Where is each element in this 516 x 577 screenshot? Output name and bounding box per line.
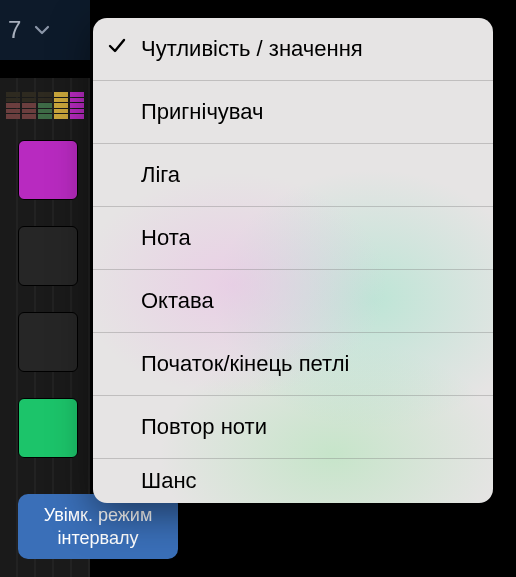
interval-mode-label-line1: Увімк. режим — [34, 504, 162, 527]
meter-strip — [38, 92, 52, 120]
menu-item[interactable]: Октава — [93, 270, 493, 333]
menu-item[interactable]: Чутливість / значення — [93, 18, 493, 81]
menu-item[interactable]: Ліга — [93, 144, 493, 207]
topbar: 7 — [0, 0, 90, 60]
menu-item-label: Повтор ноти — [141, 414, 267, 440]
menu-item-label: Ліга — [141, 162, 180, 188]
menu-item-label: Шанс — [141, 468, 197, 494]
menu-item-label: Нота — [141, 225, 191, 251]
menu-item[interactable]: Шанс — [93, 459, 493, 503]
menu-item-label: Початок/кінець петлі — [141, 351, 349, 377]
step-cell[interactable] — [18, 312, 78, 372]
topbar-number: 7 — [8, 16, 21, 44]
chevron-down-icon[interactable] — [33, 21, 51, 39]
step-cell[interactable] — [18, 140, 78, 200]
menu-item[interactable]: Нота — [93, 207, 493, 270]
meter-strip — [70, 92, 84, 120]
checkmark-icon — [107, 36, 127, 62]
step-cell[interactable] — [18, 398, 78, 458]
menu-item-label: Октава — [141, 288, 214, 314]
meter-strip — [22, 92, 36, 120]
menu-item[interactable]: Повтор ноти — [93, 396, 493, 459]
menu-item-label: Чутливість / значення — [141, 36, 363, 62]
level-meters — [6, 92, 84, 120]
meter-strip — [54, 92, 68, 120]
interval-mode-button[interactable]: Увімк. режим інтервалу — [18, 494, 178, 559]
interval-mode-label-line2: інтервалу — [34, 527, 162, 550]
menu-item[interactable]: Пригнічувач — [93, 81, 493, 144]
menu-item[interactable]: Початок/кінець петлі — [93, 333, 493, 396]
meter-strip — [6, 92, 20, 120]
step-cell[interactable] — [18, 226, 78, 286]
menu-item-label: Пригнічувач — [141, 99, 264, 125]
parameter-menu[interactable]: Чутливість / значенняПригнічувачЛігаНота… — [93, 18, 493, 503]
